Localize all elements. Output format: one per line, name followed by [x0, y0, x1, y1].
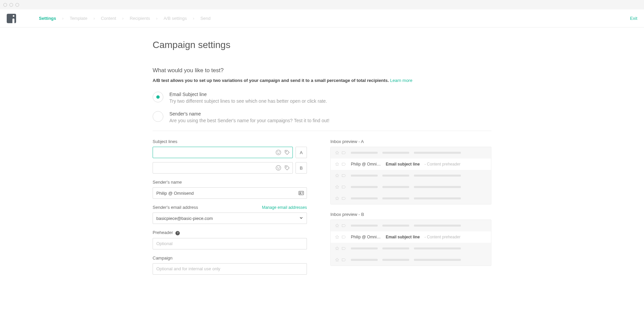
subject-b-input[interactable]	[153, 162, 293, 174]
option-sender-name[interactable]: Sender's name Are you using the best Sen…	[153, 111, 491, 123]
star-icon	[335, 162, 339, 167]
preview-sender: Philip @ Omnise…	[351, 162, 381, 167]
svg-point-3	[286, 151, 286, 152]
inbox-preview-a: Philip @ Omnise… Email subject lineConte…	[330, 147, 491, 204]
star-icon	[335, 223, 339, 228]
label-icon	[341, 235, 346, 239]
campaign-input[interactable]	[153, 263, 307, 275]
crumb-ab-settings[interactable]: A/B settings	[164, 16, 187, 21]
divider	[153, 131, 491, 131]
subject-lines-label: Subject lines	[153, 139, 177, 144]
chrome-dot-max	[15, 3, 19, 7]
sender-email-label: Sender's email address	[153, 205, 198, 210]
crumb-settings[interactable]: Settings	[39, 16, 56, 21]
chevron-right-icon: ›	[156, 16, 157, 21]
preview-preheader: Content preheader	[424, 235, 460, 239]
star-icon	[335, 173, 339, 178]
app-logo[interactable]	[7, 14, 16, 23]
radio-subject-line[interactable]	[153, 92, 163, 102]
option-title: Email Subject line	[169, 92, 327, 97]
star-icon	[335, 246, 339, 251]
exit-link[interactable]: Exit	[630, 16, 637, 21]
label-icon	[341, 150, 346, 155]
sender-name-label: Sender's name	[153, 180, 182, 185]
svg-rect-8	[299, 191, 304, 195]
chrome-dot-min	[9, 3, 13, 7]
svg-point-9	[300, 192, 301, 193]
label-icon	[341, 173, 346, 178]
option-title: Sender's name	[169, 111, 329, 116]
breadcrumb: Settings › Template › Content › Recipien…	[39, 16, 211, 21]
crumb-template[interactable]: Template	[70, 16, 88, 21]
radio-sender-name[interactable]	[153, 111, 163, 122]
inbox-preview-a-title: Inbox preview - A	[330, 139, 491, 144]
svg-point-6	[279, 167, 279, 168]
star-icon	[335, 185, 339, 189]
top-bar: Settings › Template › Content › Recipien…	[0, 9, 644, 28]
manage-email-link[interactable]: Manage email addresses	[262, 205, 307, 210]
test-question: What would you like to test?	[153, 67, 491, 74]
preview-row	[331, 181, 491, 193]
inbox-preview-b: Philip @ Omnise… Email subject lineConte…	[330, 220, 491, 266]
sender-name-input[interactable]	[153, 187, 307, 199]
preview-subject: Email subject line	[386, 235, 420, 239]
test-description: A/B test allows you to set up two variat…	[153, 78, 491, 83]
preview-row	[331, 170, 491, 181]
chevron-right-icon: ›	[193, 16, 194, 21]
inbox-preview-b-title: Inbox preview - B	[330, 212, 491, 217]
preview-preheader: Content preheader	[424, 162, 460, 167]
preview-row-active: Philip @ Omnise… Email subject lineConte…	[331, 158, 491, 170]
chevron-right-icon: ›	[122, 16, 123, 21]
svg-point-0	[276, 150, 281, 155]
label-icon	[341, 258, 346, 262]
svg-point-5	[277, 167, 278, 168]
help-icon[interactable]: ?	[175, 231, 180, 235]
crumb-recipients[interactable]: Recipients	[130, 16, 150, 21]
crumb-content[interactable]: Content	[101, 16, 116, 21]
label-icon	[341, 223, 346, 228]
emoji-icon[interactable]	[275, 165, 281, 171]
variant-a-badge: A	[296, 147, 307, 158]
svg-point-4	[276, 166, 281, 170]
label-icon	[341, 196, 346, 201]
preview-sender: Philip @ Omnise…	[351, 235, 381, 239]
label-icon	[341, 185, 346, 189]
tag-icon[interactable]	[284, 165, 290, 171]
svg-point-7	[286, 167, 286, 167]
svg-point-2	[279, 152, 279, 152]
star-icon	[335, 258, 339, 262]
preheader-input[interactable]	[153, 238, 307, 249]
preview-row	[331, 254, 491, 266]
star-icon	[335, 235, 339, 239]
star-icon	[335, 150, 339, 155]
option-desc: Try two different subject lines to see w…	[169, 98, 327, 104]
chevron-right-icon: ›	[62, 16, 63, 21]
preheader-label: Preheader	[153, 230, 173, 235]
variant-b-badge: B	[296, 162, 307, 174]
label-icon	[341, 162, 346, 167]
preview-row	[331, 147, 491, 158]
crumb-send[interactable]: Send	[200, 16, 210, 21]
option-desc: Are you using the best Sender's name for…	[169, 118, 329, 123]
browser-chrome-bar	[0, 0, 644, 9]
label-icon	[341, 246, 346, 251]
page-title: Campaign settings	[153, 40, 491, 50]
emoji-icon[interactable]	[275, 149, 281, 155]
preview-row	[331, 193, 491, 204]
campaign-label: Campaign	[153, 255, 172, 261]
preview-subject: Email subject line	[386, 162, 420, 167]
preview-row	[331, 243, 491, 254]
star-icon	[335, 196, 339, 201]
contact-card-icon[interactable]	[298, 190, 304, 196]
learn-more-link[interactable]: Learn more	[390, 78, 412, 83]
preview-row	[331, 220, 491, 231]
tag-icon[interactable]	[284, 149, 290, 155]
chevron-right-icon: ›	[93, 16, 95, 21]
svg-point-1	[277, 152, 278, 152]
sender-email-select[interactable]	[153, 213, 307, 224]
subject-a-input[interactable]	[153, 147, 293, 158]
chrome-dot-close	[3, 3, 7, 7]
option-subject-line[interactable]: Email Subject line Try two different sub…	[153, 92, 491, 104]
preview-row-active: Philip @ Omnise… Email subject lineConte…	[331, 231, 491, 243]
